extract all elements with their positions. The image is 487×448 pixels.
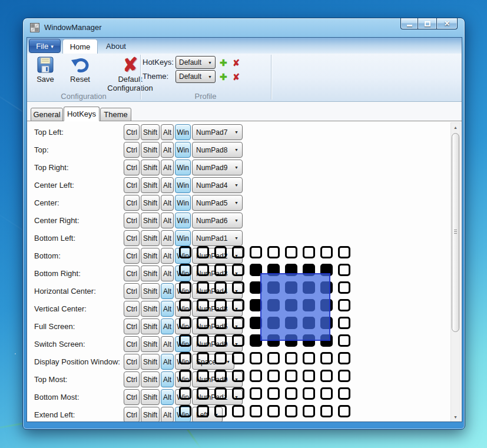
modifier-win-button[interactable]: Win: [175, 371, 191, 387]
modifier-shift-button[interactable]: Shift: [141, 283, 160, 299]
modifier-win-button[interactable]: Win: [175, 195, 191, 211]
modifier-alt-button[interactable]: Alt: [161, 283, 174, 299]
modifier-win-button[interactable]: Win: [175, 230, 191, 246]
hotkey-key-combobox[interactable]: NumPad5▼: [192, 318, 243, 334]
scrollbar-thumb[interactable]: [452, 133, 459, 332]
modifier-win-button[interactable]: Win: [175, 213, 191, 228]
ribbon-tab-about[interactable]: About: [99, 39, 133, 54]
hotkey-key-combobox[interactable]: Left▼: [192, 407, 223, 422]
modifier-shift-button[interactable]: Shift: [141, 336, 160, 352]
modifier-win-button[interactable]: Win: [175, 142, 191, 158]
modifier-ctrl-button[interactable]: Ctrl: [124, 142, 140, 158]
maximize-button[interactable]: [418, 18, 436, 29]
modifier-ctrl-button[interactable]: Ctrl: [124, 354, 140, 370]
hotkey-key-combobox[interactable]: NumPad8▼: [192, 142, 243, 158]
modifier-win-button[interactable]: Win: [175, 266, 191, 281]
hotkey-key-combobox[interactable]: NumPad8▼: [192, 301, 243, 317]
tab-theme[interactable]: Theme: [100, 108, 131, 121]
titlebar[interactable]: WindowManager ✕: [28, 18, 460, 37]
modifier-ctrl-button[interactable]: Ctrl: [124, 371, 140, 387]
modifier-shift-button[interactable]: Shift: [141, 318, 160, 334]
modifier-shift-button[interactable]: Shift: [141, 354, 160, 370]
modifier-ctrl-button[interactable]: Ctrl: [124, 301, 140, 317]
modifier-ctrl-button[interactable]: Ctrl: [124, 248, 140, 264]
modifier-alt-button[interactable]: Alt: [161, 213, 174, 228]
modifier-win-button[interactable]: Win: [175, 177, 191, 193]
modifier-alt-button[interactable]: Alt: [161, 160, 174, 175]
modifier-shift-button[interactable]: Shift: [141, 177, 160, 193]
modifier-shift-button[interactable]: Shift: [141, 266, 160, 281]
modifier-ctrl-button[interactable]: Ctrl: [124, 160, 140, 175]
modifier-alt-button[interactable]: Alt: [161, 142, 174, 158]
hotkey-key-combobox[interactable]: NumPad5▼: [192, 195, 243, 211]
hotkey-key-combobox[interactable]: NumPad4▼: [192, 177, 243, 193]
modifier-shift-button[interactable]: Shift: [141, 230, 160, 246]
modifier-alt-button[interactable]: Alt: [161, 124, 174, 140]
modifier-win-button[interactable]: Win: [175, 160, 191, 175]
minimize-button[interactable]: [400, 18, 418, 29]
modifier-shift-button[interactable]: Shift: [141, 213, 160, 228]
hotkey-key-combobox[interactable]: NumPad4▼: [192, 283, 243, 299]
modifier-ctrl-button[interactable]: Ctrl: [124, 230, 140, 246]
modifier-shift-button[interactable]: Shift: [141, 195, 160, 211]
reset-button[interactable]: Reset: [66, 55, 94, 92]
add-theme-profile-button[interactable]: ✚: [220, 72, 230, 82]
hotkeys-profile-combobox[interactable]: Default ▼: [175, 56, 216, 69]
ribbon-tab-home[interactable]: Home: [62, 39, 98, 54]
modifier-alt-button[interactable]: Alt: [161, 354, 174, 370]
modifier-shift-button[interactable]: Shift: [141, 407, 160, 422]
modifier-alt-button[interactable]: Alt: [161, 318, 174, 334]
hotkey-key-combobox[interactable]: NumPad0▼: [192, 336, 243, 352]
modifier-alt-button[interactable]: Alt: [161, 301, 174, 317]
modifier-win-button[interactable]: Win: [175, 318, 191, 334]
hotkey-key-combobox[interactable]: NumPad3▼: [192, 266, 243, 281]
hotkey-key-combobox[interactable]: NumPad0▼: [192, 371, 243, 387]
modifier-shift-button[interactable]: Shift: [141, 160, 160, 175]
modifier-win-button[interactable]: Win: [175, 407, 191, 422]
save-button[interactable]: Save: [32, 55, 59, 92]
add-hotkeys-profile-button[interactable]: ✚: [220, 58, 230, 68]
close-button[interactable]: ✕: [436, 18, 458, 29]
modifier-shift-button[interactable]: Shift: [141, 124, 160, 140]
delete-theme-profile-button[interactable]: ✘: [232, 71, 243, 82]
modifier-shift-button[interactable]: Shift: [141, 301, 160, 317]
modifier-shift-button[interactable]: Shift: [141, 371, 160, 387]
hotkey-key-combobox[interactable]: NumPad2▼: [192, 248, 243, 264]
modifier-alt-button[interactable]: Alt: [161, 336, 174, 352]
modifier-ctrl-button[interactable]: Ctrl: [124, 283, 140, 299]
modifier-ctrl-button[interactable]: Ctrl: [124, 318, 140, 334]
modifier-win-button[interactable]: Win: [175, 354, 191, 370]
vertical-scrollbar[interactable]: ▲ ▼: [450, 122, 461, 422]
tab-hotkeys[interactable]: HotKeys: [64, 107, 100, 121]
modifier-alt-button[interactable]: Alt: [161, 389, 174, 405]
modifier-win-button[interactable]: Win: [175, 389, 191, 405]
modifier-shift-button[interactable]: Shift: [141, 248, 160, 264]
hotkey-key-combobox[interactable]: NumPad6▼: [192, 213, 243, 228]
scroll-down-button[interactable]: ▼: [451, 413, 460, 422]
hotkey-key-combobox[interactable]: NumPad1▼: [192, 230, 243, 246]
tab-general[interactable]: General: [31, 108, 63, 121]
modifier-win-button[interactable]: Win: [175, 283, 191, 299]
modifier-win-button[interactable]: Win: [175, 248, 191, 264]
modifier-alt-button[interactable]: Alt: [161, 248, 174, 264]
modifier-ctrl-button[interactable]: Ctrl: [124, 407, 140, 422]
modifier-alt-button[interactable]: Alt: [161, 195, 174, 211]
modifier-ctrl-button[interactable]: Ctrl: [124, 389, 140, 405]
hotkey-key-combobox[interactable]: NumPad1▼: [192, 389, 243, 405]
delete-hotkeys-profile-button[interactable]: ✘: [232, 57, 243, 68]
modifier-ctrl-button[interactable]: Ctrl: [124, 124, 140, 140]
modifier-win-button[interactable]: Win: [175, 124, 191, 140]
modifier-alt-button[interactable]: Alt: [161, 266, 174, 281]
modifier-alt-button[interactable]: Alt: [161, 371, 174, 387]
modifier-shift-button[interactable]: Shift: [141, 142, 160, 158]
modifier-ctrl-button[interactable]: Ctrl: [124, 195, 140, 211]
modifier-ctrl-button[interactable]: Ctrl: [124, 213, 140, 228]
scroll-up-button[interactable]: ▲: [451, 123, 460, 132]
modifier-win-button[interactable]: Win: [175, 301, 191, 317]
file-menu-button[interactable]: File ▾: [29, 39, 61, 53]
modifier-alt-button[interactable]: Alt: [161, 407, 174, 422]
hotkey-key-combobox[interactable]: NumPad7▼: [192, 124, 243, 140]
modifier-alt-button[interactable]: Alt: [161, 230, 174, 246]
hotkey-key-combobox[interactable]: NumPad9▼: [192, 160, 243, 175]
modifier-win-button[interactable]: Win: [175, 336, 191, 352]
